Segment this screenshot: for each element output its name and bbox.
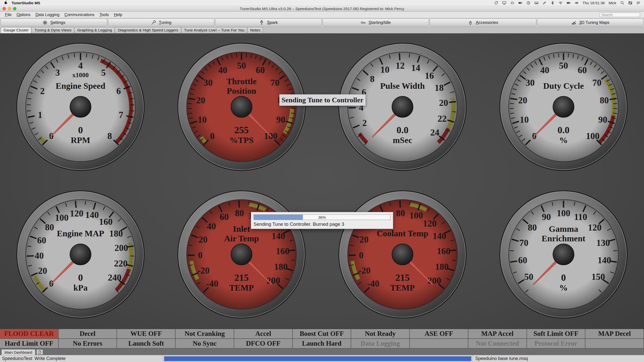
gauge-hub <box>392 244 413 265</box>
indicator-boost-cut-off: Boost Cut OFF <box>293 329 351 339</box>
tune-progress-label: 36% <box>254 215 390 220</box>
map3d-icon <box>571 20 577 25</box>
tab-graphing-logging[interactable]: Graphing & Logging <box>74 27 115 33</box>
key-icon-wrap <box>360 20 366 25</box>
menu-tools[interactable]: Tools <box>97 13 111 17</box>
toolbar-button-label: Settings <box>50 20 65 25</box>
window-title-bar[interactable]: TunerStudio MS Ultra v3.0.28 – Speeduino… <box>0 6 644 12</box>
pencil-menu-extra[interactable] <box>542 1 547 5</box>
menu-file[interactable]: File <box>3 13 14 17</box>
dashboard-edit-button[interactable] <box>36 349 43 355</box>
toolbar-starting-idle-button[interactable]: Starting/Idle <box>323 19 429 26</box>
gauge-units: TEMP <box>229 283 254 292</box>
gauge-throttle-position[interactable]: 0102030405060708090100ThrottlePosition25… <box>176 41 307 172</box>
fast-user-switch[interactable]: Mick <box>609 1 616 5</box>
gauge-pulse-width[interactable]: 24681012141618202224Pulse Width0.0mSec <box>337 41 468 172</box>
toolbar-spark-button[interactable]: Spark <box>215 19 322 26</box>
list-menu-extra[interactable] <box>636 1 640 5</box>
tab-gauge-cluster[interactable]: Gauge Cluster <box>1 27 31 33</box>
gauge-cell: 012345678x1000Engine Speed0RPM <box>15 41 146 173</box>
status-message: SpeeduinoTest: Write Complete <box>0 355 163 362</box>
indicator-launch-soft: Launch Soft <box>117 339 176 348</box>
status-bar: SpeeduinoTest: Write Complete Speeduino … <box>0 355 644 362</box>
sync-icon <box>494 1 498 5</box>
gauges-grid: 012345678x1000Engine Speed0RPM0102030405… <box>0 33 644 329</box>
indicator-not-connected: Not Connected <box>468 339 527 348</box>
tab-tune-analyze-live-tune-for-you[interactable]: Tune Analyze Live! – Tune For You <box>181 27 247 33</box>
minimize-button[interactable] <box>8 7 11 10</box>
gauge-coolant-temp[interactable]: -40-20020406080100120140160180200Coolant… <box>337 189 468 320</box>
search-input[interactable] <box>600 13 640 17</box>
tab-main-dashboard[interactable]: Main Dashboard <box>1 349 35 355</box>
list-icon <box>636 1 640 5</box>
zoom-button[interactable] <box>13 7 16 10</box>
gauge-cluster-panel: 012345678x1000Engine Speed0RPM0102030405… <box>0 33 644 348</box>
window-title: TunerStudio MS Ultra v3.0.28 – Speeduino… <box>240 7 404 11</box>
sync-menu-extra[interactable] <box>494 1 498 5</box>
menu-data-logging[interactable]: Data Logging <box>33 13 62 17</box>
gauge-cell: 020406080100120140160180200220240Engine … <box>15 189 146 321</box>
toolbar-accessories-button[interactable]: Accessories <box>430 19 536 26</box>
gauge-engine-speed[interactable]: 012345678x1000Engine Speed0RPM <box>15 41 146 172</box>
apple-icon <box>4 0 8 5</box>
search-icon <box>620 1 624 5</box>
gauge-sub-label: x1000 <box>72 71 89 78</box>
indicator-panel: FLOOD CLEARDecelWUE OFFNot CrankingAccel… <box>0 329 644 348</box>
gauge-duty-cycle[interactable]: 0102030405060708090100Duty Cycle0.0% <box>498 41 629 172</box>
menu-help[interactable]: Help <box>111 13 125 17</box>
search-menu-extra[interactable] <box>620 1 624 5</box>
gear-icon-wrap <box>42 20 48 25</box>
display-menu-extra[interactable] <box>502 1 506 5</box>
toolbar-button-label: Starting/Idle <box>369 20 391 25</box>
tab-diagnostics-high-speed-loggers[interactable]: Diagnostics & High Speed Loggers <box>115 27 181 33</box>
search-box <box>600 13 640 17</box>
gear-icon <box>42 20 48 25</box>
battery-menu-extra[interactable] <box>567 1 571 5</box>
bluetooth-menu-extra[interactable] <box>550 1 555 5</box>
gauge-title: Inlet <box>233 224 250 233</box>
apple-menu[interactable] <box>4 0 8 6</box>
volume-menu-extra[interactable] <box>575 1 579 5</box>
indicator-not-cranking: Not Cranking <box>176 329 234 339</box>
plug-icon-wrap <box>468 20 473 25</box>
wifi-menu-extra[interactable] <box>558 1 563 5</box>
keyboard-icon <box>534 1 539 5</box>
toolbar-tuning-button[interactable]: Tuning <box>108 19 215 26</box>
time-machine-icon <box>526 1 531 5</box>
indicator-accel: Accel <box>234 329 293 339</box>
gauge-value: 0.0 <box>396 125 409 135</box>
gauge-cell: -40-20020406080100120140160180200InletAi… <box>176 189 307 321</box>
screen: TunerStudio MS Thu 18:51:36Mick TunerStu… <box>0 0 644 362</box>
gauge-gamma-enrichment[interactable]: 5060708090100110120130140150GammaEnrichm… <box>498 189 629 320</box>
gauge-inlet-air-temp[interactable]: -40-20020406080100120140160180200InletAi… <box>176 189 307 320</box>
toolbar-settings-button[interactable]: Settings <box>1 19 107 26</box>
gauge-engine-map[interactable]: 020406080100120140160180200220240Engine … <box>15 189 146 320</box>
menu-bar-clock[interactable]: Thu 18:51:36 <box>583 1 605 5</box>
control-center-menu-extra[interactable] <box>628 1 632 5</box>
menu-options[interactable]: Options <box>14 13 33 17</box>
time-machine-menu-extra[interactable] <box>526 1 531 5</box>
status-progress-fill <box>164 356 471 361</box>
battery-menu-extra[interactable] <box>518 1 522 5</box>
close-button[interactable] <box>3 7 6 10</box>
spark-icon <box>259 20 264 25</box>
keyboard-menu-extra[interactable] <box>534 1 539 5</box>
toolbar-button-label: Spark <box>267 20 278 25</box>
tune-progress-bar: 36% <box>254 214 390 220</box>
indicator-map-accel: MAP Accel <box>468 329 527 339</box>
tab-notes[interactable]: Notes <box>247 27 263 33</box>
gauge-value: 215 <box>234 272 249 283</box>
toolbar-3d-tuning-maps-button[interactable]: 3D Tuning Maps <box>537 19 644 26</box>
menu-communications[interactable]: Communications <box>62 13 97 17</box>
cloud-menu-extra[interactable] <box>510 1 514 5</box>
battery-icon <box>567 1 571 5</box>
tab-tuning-dyno-views[interactable]: Tuning & Dyno Views <box>32 27 74 33</box>
wrench-icon-wrap <box>151 20 156 25</box>
toolbar-button-label: Tuning <box>159 20 171 25</box>
gauge-hub <box>553 96 574 117</box>
gauge-title: Engine MAP <box>57 229 104 238</box>
progress-message: Sending Tune to Controller. Burned page … <box>254 221 390 227</box>
gauge-value: 0 <box>561 272 566 283</box>
plug-icon <box>468 20 473 25</box>
indicator-launch-hard: Launch Hard <box>293 339 351 348</box>
